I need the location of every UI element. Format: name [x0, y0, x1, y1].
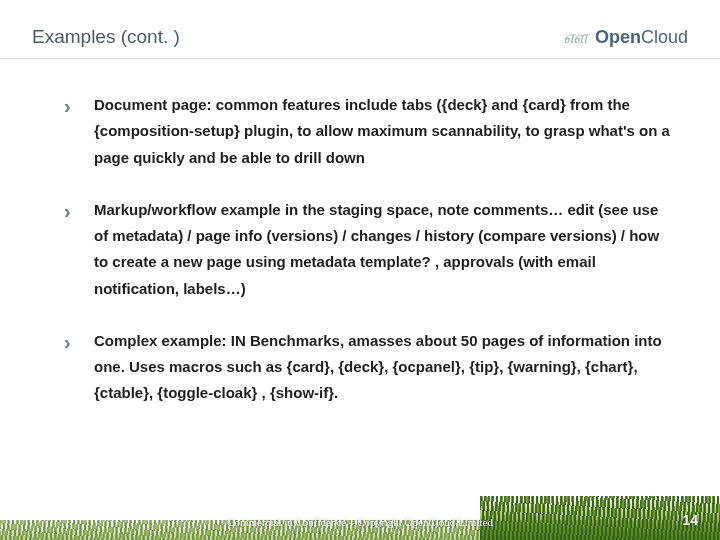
- chevron-right-icon: ›: [64, 325, 71, 360]
- content: › Document page: common features include…: [64, 92, 676, 433]
- page-number: 14: [682, 512, 698, 528]
- brand-light: Cloud: [641, 27, 688, 47]
- list-item: › Document page: common features include…: [64, 92, 676, 171]
- brand-logo: எள OpenCloud: [564, 27, 688, 48]
- list-item: › Markup/workflow example in the staging…: [64, 197, 676, 302]
- chevron-right-icon: ›: [64, 89, 71, 124]
- brand-text: OpenCloud: [595, 27, 688, 48]
- slide: Examples (cont. ) எள OpenCloud › Documen…: [0, 0, 720, 540]
- confidential-text: Commercial in Confidence – Copyright Ope…: [0, 516, 720, 528]
- page-title: Examples (cont. ): [32, 26, 180, 48]
- chevron-right-icon: ›: [64, 194, 71, 229]
- footer: Commercial in Confidence – Copyright Ope…: [0, 496, 720, 540]
- list-item: › Complex example: IN Benchmarks, amasse…: [64, 328, 676, 407]
- brand-strong: Open: [595, 27, 641, 47]
- list-item-text: Markup/workflow example in the staging s…: [94, 201, 659, 297]
- list-item-text: Complex example: IN Benchmarks, amasses …: [94, 332, 662, 402]
- header: Examples (cont. ) எள OpenCloud: [32, 26, 688, 48]
- bullet-list: › Document page: common features include…: [64, 92, 676, 407]
- brand-squiggle-icon: எள: [564, 27, 587, 48]
- header-divider: [0, 58, 720, 59]
- list-item-text: Document page: common features include t…: [94, 96, 670, 166]
